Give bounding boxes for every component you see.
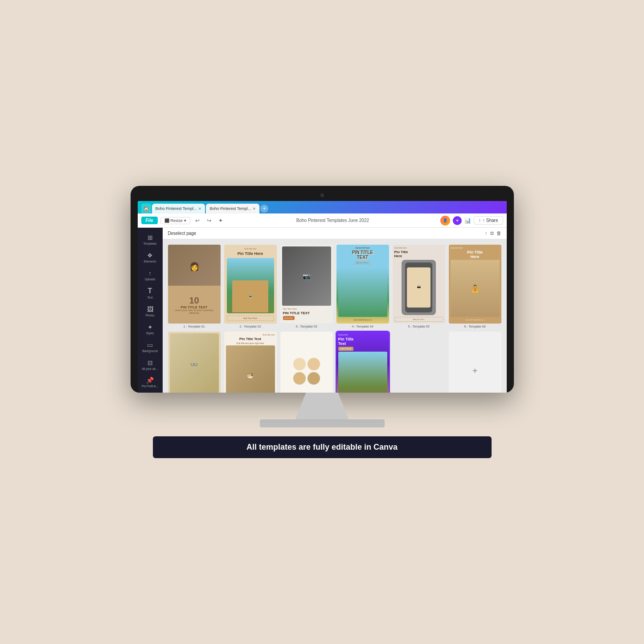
photos-icon: 🖼 <box>147 306 153 313</box>
template-4-label: 4 - Template 04 <box>336 325 389 328</box>
tmpl10-title: Pin TitleText <box>338 337 387 346</box>
tmpl5-addtext: Add Text Here <box>394 317 443 322</box>
tmpl7-photo: 👓 <box>170 333 219 393</box>
redo-button[interactable]: ↪ <box>205 216 213 225</box>
sidebar-item-background[interactable]: ▭ Background <box>139 339 161 356</box>
circle-2 <box>308 358 320 370</box>
background-label: Background <box>142 349 158 353</box>
template-card-add[interactable]: + <box>449 332 501 393</box>
camera-dot <box>320 193 324 197</box>
circle-4 <box>308 372 320 385</box>
template-thumbnail-5[interactable]: Sub title text Pin TitleHere 🕶 <box>393 245 445 324</box>
sidebar-item-automation[interactable]: ⚙ Automatio... <box>139 392 161 393</box>
tab-2-close[interactable]: ✕ <box>253 207 256 211</box>
template-card-blank[interactable] <box>393 332 445 393</box>
duplicate-icon[interactable]: ⧉ <box>490 230 494 236</box>
template-thumbnail-8[interactable]: Sub title text Pin Title Text Sub title … <box>224 332 277 393</box>
canvas-header: Deselect page ↑ ⧉ 🗑 <box>163 228 507 239</box>
tmpl2-laptop: 💻 <box>227 258 274 313</box>
template-card-5[interactable]: Sub title text Pin TitleHere 🕶 <box>393 245 445 328</box>
export-icon[interactable]: ↑ <box>485 230 488 236</box>
toolbar: File ⬛ Resize ▾ ↩ ↪ ✦ Boho Pinterest Tem… <box>138 213 507 228</box>
template-thumbnail-9[interactable] <box>280 332 333 393</box>
sidebar-item-all[interactable]: ⊟ All your de... <box>139 357 161 373</box>
text-icon: T <box>148 287 152 295</box>
template-card-3[interactable]: 📷 Sub Text Here PIN TITLE TEXT Book Now <box>280 245 333 328</box>
template-5-label: 5 - Template 05 <box>393 325 445 328</box>
file-button[interactable]: File <box>141 217 158 224</box>
tmpl4-title: PIN TITLETEXT <box>352 250 373 260</box>
left-sidebar: ⊞ Templates ❖ Elements ↑ Uploads T <box>138 228 163 393</box>
styles-icon: ✦ <box>148 324 153 331</box>
undo-button[interactable]: ↩ <box>193 216 202 225</box>
tmpl1-title: PIN TITLE TEXT <box>181 306 208 309</box>
pin-profile-icon: 📌 <box>146 377 154 384</box>
template-thumbnail-2[interactable]: Sub title text Pin Title Here 💻 Add Text… <box>224 245 277 324</box>
sidebar-item-uploads[interactable]: ↑ Uploads <box>139 267 161 284</box>
deselect-page-label[interactable]: Deselect page <box>168 231 197 236</box>
template-card-9[interactable] <box>280 332 333 393</box>
tmpl10-sub: Subscribe <box>338 333 387 336</box>
browser-tabs: 🏠 Boho Pinterest Templ... ✕ Boho Pintere… <box>138 201 507 213</box>
browser-tab-2[interactable]: Boho Pinterest Templ... ✕ <box>206 204 259 213</box>
template-thumbnail-4[interactable]: Sandy hill here PIN TITLETEXT Add Text P… <box>336 245 389 324</box>
analytics-icon[interactable]: 📊 <box>464 217 471 224</box>
template-thumbnail-blank[interactable] <box>393 332 445 393</box>
template-card-2[interactable]: Sub title text Pin Title Here 💻 Add Text… <box>224 245 277 328</box>
template-card-7[interactable]: 👓 Sub title here Pin TitleText <box>168 332 221 393</box>
browser-tab-1[interactable]: Boho Pinterest Templ... ✕ <box>152 204 205 213</box>
background-icon: ▭ <box>147 341 153 349</box>
tmpl6-title: Pin TitleHere <box>451 250 500 259</box>
sidebar-item-photos[interactable]: 🖼 Photos <box>139 303 161 320</box>
share-icon: ↑ <box>479 218 481 223</box>
template-card-4[interactable]: Sandy hill here PIN TITLETEXT Add Text P… <box>336 245 389 328</box>
template-card-10[interactable]: Subscribe Pin TitleText LEARN MORE <box>336 332 389 393</box>
magic-button[interactable]: ✦ <box>216 216 225 225</box>
tmpl3-bottom: Sub Text Here PIN TITLE TEXT Book Now <box>282 306 331 322</box>
banner-text: All templates are fully editable in Canv… <box>246 443 398 451</box>
sidebar-item-elements[interactable]: ❖ Elements <box>139 249 161 266</box>
sidebar-item-pin-profile[interactable]: 📌 Pin Profil A... <box>139 374 161 391</box>
tab-add-button[interactable]: + <box>260 205 268 213</box>
toolbar-right: 👤 + 📊 ↑ ↑ Share <box>440 216 503 226</box>
tab-1-label: Boho Pinterest Templ... <box>156 206 197 211</box>
elements-icon: ❖ <box>147 252 153 259</box>
template-card-8[interactable]: Sub title text Pin Title Text Sub title … <box>224 332 277 393</box>
share-button[interactable]: ↑ ↑ Share <box>474 216 503 225</box>
canvas-area: Deselect page ↑ ⧉ 🗑 <box>163 228 507 393</box>
sidebar-item-templates[interactable]: ⊞ Templates <box>139 231 161 248</box>
tmpl1-number: 10 <box>189 295 199 306</box>
user-avatar[interactable]: 👤 <box>440 216 450 226</box>
document-title: Boho Pinterest Templates June 2022 <box>228 218 438 223</box>
tmpl5-title: Pin TitleHere <box>394 250 443 258</box>
sidebar-item-styles[interactable]: ✦ Styles <box>139 321 161 338</box>
add-template-button[interactable]: + <box>449 332 501 393</box>
tmpl6-website: www.bohotemplate.com <box>451 318 500 322</box>
home-icon[interactable]: 🏠 <box>141 204 151 213</box>
all-label: All your de... <box>142 367 158 371</box>
add-collaborator-button[interactable]: + <box>453 216 462 225</box>
template-thumbnail-1[interactable]: 👩 10 PIN TITLE TEXT Lorem ipsum dolor si… <box>168 245 221 324</box>
template-card-6[interactable]: Sub text text Pin TitleHere 🧘 www.bohote… <box>449 245 501 328</box>
template-thumbnail-7[interactable]: 👓 Sub title here Pin TitleText <box>168 332 221 393</box>
uploads-icon: ↑ <box>148 270 152 277</box>
tmpl1-sub: Lorem ipsum dolor sit amet consectetur a… <box>170 309 219 314</box>
delete-icon[interactable]: 🗑 <box>496 230 501 236</box>
tmpl3-photo: 📷 <box>282 246 331 306</box>
template-thumbnail-6[interactable]: Sub text text Pin TitleHere 🧘 www.bohote… <box>449 245 501 324</box>
pin-profile-label: Pin Profil A... <box>142 385 158 388</box>
templates-grid: 👩 10 PIN TITLE TEXT Lorem ipsum dolor si… <box>163 239 507 393</box>
template-thumbnail-3[interactable]: 📷 Sub Text Here PIN TITLE TEXT Book Now <box>280 245 333 324</box>
canva-ui: 🏠 Boho Pinterest Templ... ✕ Boho Pintere… <box>138 201 507 393</box>
tab-1-close[interactable]: ✕ <box>198 207 201 211</box>
template-card-1[interactable]: 👩 10 PIN TITLE TEXT Lorem ipsum dolor si… <box>168 245 221 328</box>
monitor-screen: 🏠 Boho Pinterest Templ... ✕ Boho Pintere… <box>138 201 507 393</box>
resize-button[interactable]: ⬛ Resize ▾ <box>160 217 190 224</box>
tmpl3-title: PIN TITLE TEXT <box>283 311 330 315</box>
circle-3 <box>293 372 306 385</box>
text-label: Text <box>148 296 153 299</box>
tmpl4-addtext: Add Text Phone <box>354 261 370 265</box>
template-thumbnail-10[interactable]: Subscribe Pin TitleText LEARN MORE <box>336 332 389 393</box>
sidebar-item-text[interactable]: T Text <box>139 284 161 302</box>
template-6-label: 6 - Template 06 <box>449 325 501 328</box>
